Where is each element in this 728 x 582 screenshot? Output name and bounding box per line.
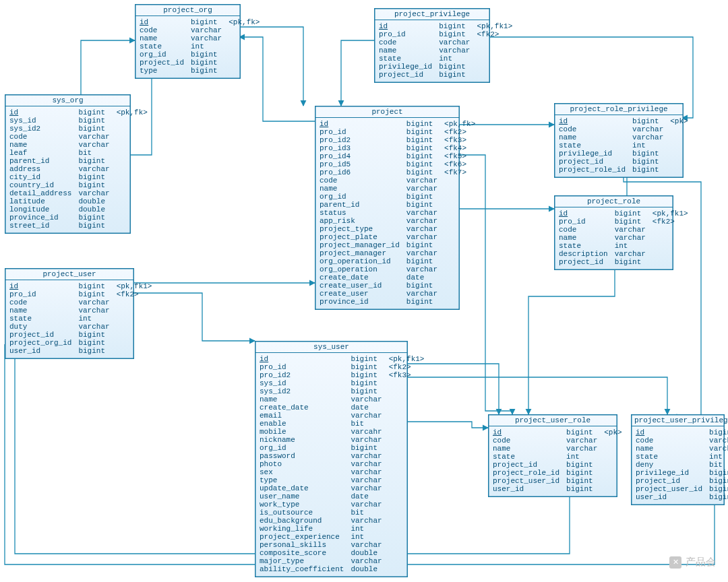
column-key — [444, 217, 475, 225]
column-type: bigint — [406, 168, 437, 176]
column-type: bigint — [78, 331, 109, 339]
column-key — [117, 315, 152, 323]
column-key — [670, 158, 688, 166]
column-type: bigint — [406, 282, 437, 290]
column-key — [229, 59, 260, 67]
entity-title: sys_org — [5, 95, 130, 106]
column-name: project_id — [493, 461, 559, 469]
column-key — [653, 242, 688, 250]
column-name: project_type — [320, 225, 400, 233]
column-key — [389, 541, 425, 549]
entity-columns: idbigint<pk,fk>pro_idbigint<fk2>pro_id2b… — [315, 118, 459, 309]
column-name: longitude — [9, 205, 71, 214]
column-type: varchar — [615, 226, 646, 234]
entity-project_privilege: project_privilegeidbigint<pk,fk1>pro_idb… — [374, 8, 490, 83]
column-name: description — [559, 250, 608, 258]
column-name: pro_id6 — [320, 168, 400, 176]
column-type: varchar — [351, 460, 382, 468]
column-key — [389, 517, 425, 525]
column-key — [670, 150, 688, 158]
column-type: varchar — [78, 133, 109, 141]
column-key — [389, 509, 425, 517]
column-type: bigint — [439, 22, 470, 30]
column-name: pro_id2 — [260, 371, 344, 379]
column-key — [444, 185, 475, 193]
column-name: project_user_id — [636, 485, 702, 493]
column-key — [117, 173, 148, 181]
column-name: state — [559, 141, 626, 150]
column-name: is_outsource — [260, 509, 344, 517]
entity-columns: idbigint<pk,fk1>pro_idbigint<fk2>pro_id2… — [255, 353, 407, 577]
column-type: bigint — [709, 493, 728, 501]
column-type: bigint — [406, 144, 437, 152]
column-type: varchar — [709, 445, 728, 453]
column-name: id — [379, 22, 432, 30]
column-name: org_id — [320, 193, 400, 201]
column-key — [117, 189, 148, 197]
column-name: id — [140, 18, 184, 26]
column-type: varchar — [351, 452, 382, 460]
column-key: <pk,fk1> — [117, 282, 152, 290]
column-type: bigint — [406, 257, 437, 265]
column-key — [117, 306, 152, 315]
column-type: varchar — [406, 233, 437, 241]
column-type: double — [78, 197, 109, 205]
column-name: org_operation — [320, 265, 400, 273]
entity-columns: idbigint<pk>codevarcharnamevarcharstatei… — [489, 426, 617, 496]
column-name: org_id — [260, 444, 344, 452]
column-type: bit — [351, 509, 382, 517]
column-key — [229, 42, 260, 51]
column-name: project_org_id — [9, 339, 71, 347]
column-type: date — [351, 492, 382, 500]
column-key — [389, 428, 425, 436]
column-name: name — [9, 141, 71, 149]
column-type: bigint — [439, 71, 470, 79]
entity-columns: idbigint<pk,fk1>pro_idbigint<fk2>codevar… — [555, 207, 673, 269]
column-name: create_user_id — [320, 282, 400, 290]
column-key — [389, 436, 425, 444]
column-key — [653, 258, 688, 266]
column-type: bigint — [351, 363, 382, 371]
column-type: bigint — [406, 298, 437, 306]
entity-columns: idbigint<pk,fk>codevarcharnamevarcharsta… — [135, 16, 240, 78]
column-key — [389, 444, 425, 452]
column-name: sys_id2 — [260, 387, 344, 395]
column-type: bigint — [78, 290, 109, 298]
column-key — [229, 67, 260, 75]
column-type: bigint — [78, 222, 109, 230]
column-name: name — [493, 445, 559, 453]
column-name: id — [636, 428, 702, 437]
column-key — [604, 477, 621, 485]
column-type: varchar — [78, 298, 109, 306]
column-type: bigint — [351, 371, 382, 379]
column-key — [477, 63, 512, 71]
column-key — [389, 525, 425, 533]
column-key — [653, 250, 688, 258]
column-name: detail_address — [9, 189, 71, 197]
column-key — [604, 445, 621, 453]
column-name: code — [559, 125, 626, 133]
column-name: state — [493, 453, 559, 461]
column-key: <pk,fk1> — [477, 22, 512, 30]
column-key — [117, 197, 148, 205]
column-type: varchar — [351, 500, 382, 509]
column-name: create_date — [320, 273, 400, 282]
column-key: <fk6> — [444, 160, 475, 168]
column-name: edu_background — [260, 517, 344, 525]
column-key — [604, 453, 621, 461]
column-name: sys_id — [9, 117, 71, 125]
column-key — [444, 282, 475, 290]
column-name: latitude — [9, 197, 71, 205]
column-key — [444, 257, 475, 265]
column-name: name — [260, 395, 344, 403]
column-key — [117, 117, 148, 125]
column-name: ability_coefficient — [260, 565, 344, 573]
column-key — [117, 205, 148, 214]
entity-project_user: project_useridbigint<pk,fk1>pro_idbigint… — [5, 268, 134, 359]
entity-project_org: project_orgidbigint<pk,fk>codevarcharnam… — [135, 4, 241, 79]
column-type: bigint — [439, 63, 470, 71]
column-name: code — [9, 133, 71, 141]
column-key — [117, 298, 152, 306]
watermark: ✕ 产品会 — [669, 556, 716, 569]
column-key — [444, 249, 475, 257]
